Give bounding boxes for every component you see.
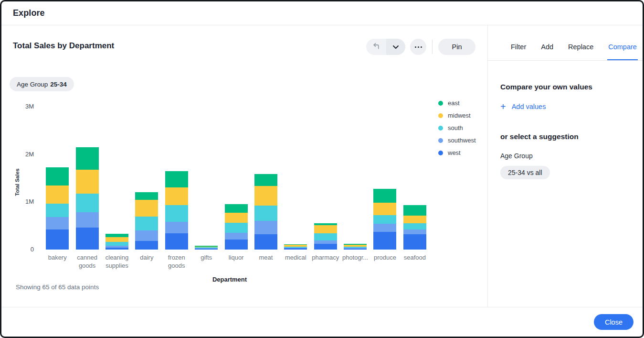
bar-segment-east[interactable]	[373, 189, 396, 203]
bar-segment-west[interactable]	[46, 229, 69, 250]
bar-segment-southwest[interactable]	[225, 233, 248, 240]
bar-segment-west[interactable]	[165, 233, 188, 250]
x-axis-title: Department	[203, 276, 256, 283]
bar-segment-west[interactable]	[403, 234, 426, 250]
bar-segment-southwest[interactable]	[314, 240, 337, 244]
bar-segment-southwest[interactable]	[76, 212, 99, 228]
panel-tabs: Filter Add Replace Compare	[488, 25, 643, 61]
bar-segment-west[interactable]	[106, 248, 128, 250]
filter-chip-label: Age Group	[17, 81, 48, 88]
bar-segment-southwest[interactable]	[403, 229, 426, 234]
bar-segment-midwest[interactable]	[314, 225, 337, 233]
pin-button[interactable]: Pin	[438, 39, 475, 55]
bar-segment-west[interactable]	[76, 228, 99, 250]
bar-segment-south[interactable]	[135, 217, 158, 230]
bar-column	[102, 102, 132, 250]
bar-segment-west[interactable]	[373, 232, 396, 250]
tab-filter[interactable]: Filter	[510, 43, 527, 60]
bar-segment-south[interactable]	[373, 215, 396, 224]
legend-item-south[interactable]: south	[438, 124, 476, 131]
filter-chip-value: 25-34	[50, 81, 67, 88]
bar-segment-midwest[interactable]	[373, 203, 396, 216]
y-tick-3m: 3M	[14, 103, 34, 110]
bar-segment-midwest[interactable]	[135, 200, 158, 217]
bar-segment-midwest[interactable]	[254, 186, 277, 206]
bar-segment-south[interactable]	[254, 206, 277, 221]
history-dropdown-button[interactable]	[386, 39, 405, 55]
edit-panel: Filter Add Replace Compare Compare your …	[487, 25, 643, 307]
bar-stack	[254, 174, 277, 250]
bar-stack	[195, 246, 218, 250]
legend-item-southwest[interactable]: southwest	[438, 137, 476, 144]
bar-segment-east[interactable]	[46, 167, 69, 185]
bar-segment-midwest[interactable]	[165, 187, 188, 205]
bar-segment-west[interactable]	[314, 244, 337, 250]
bar-segment-south[interactable]	[46, 204, 69, 217]
dialog-header: Explore	[1, 1, 643, 25]
bar-segment-southwest[interactable]	[46, 217, 69, 229]
bar-segment-south[interactable]	[106, 242, 128, 246]
bar-segment-south[interactable]	[165, 205, 188, 222]
bar-segment-south[interactable]	[403, 223, 426, 229]
legend-label: west	[448, 149, 461, 156]
bar-segment-west[interactable]	[195, 249, 218, 250]
undo-arrow-icon	[372, 42, 380, 52]
x-tick-label: produce	[370, 253, 400, 270]
data-points-status: Showing 65 of 65 data points	[16, 283, 99, 291]
x-tick-label: cleaning supplies	[102, 253, 132, 270]
bar-segment-southwest[interactable]	[373, 224, 396, 232]
compare-heading: Compare your own values	[500, 83, 631, 91]
y-tick-0: 0	[14, 246, 34, 253]
bar-segment-east[interactable]	[165, 171, 188, 187]
close-button[interactable]: Close	[594, 314, 633, 330]
bar-segment-southwest[interactable]	[135, 230, 158, 241]
bar-column	[340, 102, 370, 250]
bar-segment-east[interactable]	[225, 204, 248, 213]
bar-segment-midwest[interactable]	[76, 170, 99, 194]
add-values-button[interactable]: + Add values	[500, 103, 631, 110]
chart-title: Total Sales by Department	[13, 41, 114, 51]
bar-segment-midwest[interactable]	[106, 237, 128, 242]
stacked-bar-plot	[42, 102, 430, 250]
bar-segment-east[interactable]	[135, 192, 158, 200]
legend-item-east[interactable]: east	[438, 99, 476, 107]
plus-icon: +	[500, 103, 506, 110]
bar-segment-east[interactable]	[403, 205, 426, 216]
x-axis-labels: bakerycanned goodscleaning suppliesdairy…	[42, 253, 430, 270]
bar-segment-west[interactable]	[284, 248, 307, 250]
legend-item-midwest[interactable]: midwest	[438, 112, 476, 119]
bar-stack	[76, 147, 99, 250]
tab-replace[interactable]: Replace	[567, 43, 594, 60]
bar-column	[281, 102, 310, 250]
bar-segment-east[interactable]	[106, 234, 128, 237]
bar-segment-southwest[interactable]	[254, 221, 277, 234]
bar-stack	[165, 171, 188, 250]
tab-compare[interactable]: Compare	[607, 43, 638, 60]
more-options-button[interactable]	[410, 39, 426, 55]
legend-item-west[interactable]: west	[438, 149, 476, 156]
x-tick-label: meat	[251, 253, 281, 270]
bar-segment-west[interactable]	[135, 241, 158, 250]
bar-segment-southwest[interactable]	[165, 222, 188, 233]
bar-stack	[344, 244, 367, 250]
suggestion-chip-25-34-vs-all[interactable]: 25-34 vs all	[500, 166, 550, 179]
bar-segment-midwest[interactable]	[403, 216, 426, 223]
bar-column	[132, 102, 161, 250]
filter-chip-age-group[interactable]: Age Group 25-34	[10, 77, 74, 91]
bar-segment-midwest[interactable]	[46, 185, 69, 204]
bar-segment-east[interactable]	[76, 147, 99, 170]
bar-segment-west[interactable]	[254, 234, 277, 250]
bar-segment-midwest[interactable]	[225, 213, 248, 223]
undo-button[interactable]	[366, 39, 386, 55]
dialog-footer: Close	[1, 307, 643, 337]
bar-segment-west[interactable]	[344, 249, 367, 250]
bar-segment-south[interactable]	[314, 233, 337, 240]
bar-segment-east[interactable]	[254, 174, 277, 186]
bar-segment-west[interactable]	[225, 240, 248, 250]
bar-segment-south[interactable]	[76, 194, 99, 213]
tab-add[interactable]: Add	[540, 43, 554, 60]
bar-segment-south[interactable]	[225, 223, 248, 233]
bar-column	[221, 102, 251, 250]
bar-stack	[135, 192, 158, 250]
bar-stack	[46, 167, 69, 250]
